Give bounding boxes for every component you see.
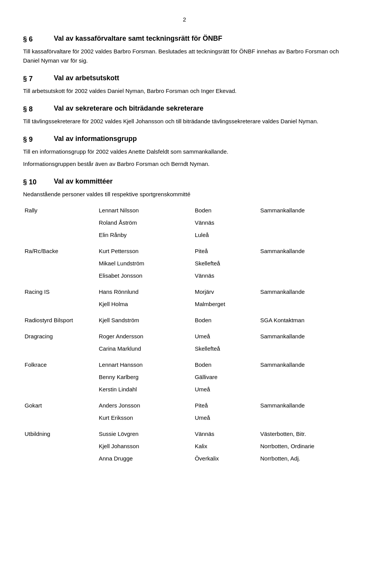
section-8-body: Till tävlingssekreterare för 2002 valdes… <box>23 117 346 126</box>
member-name: Roger Andersson <box>97 330 193 343</box>
member-name: Kerstin Lindahl <box>97 383 193 396</box>
section-6-body: Till kassaförvaltare för 2002 valdes Bar… <box>23 47 346 65</box>
member-city: Piteå <box>193 245 259 257</box>
member-name: Sussie Lövgren <box>97 428 193 440</box>
committee-category: Ra/Rc/Backe <box>23 245 97 257</box>
member-role: Sammankallande <box>259 245 346 257</box>
member-city: Skellefteå <box>193 343 259 355</box>
spacer-row <box>23 396 346 399</box>
member-name: Kjell Holma <box>97 298 193 310</box>
section-7-number: § 7 <box>23 73 54 84</box>
section-7: § 7 Val av arbetsutskott Till arbetsutsk… <box>23 73 346 96</box>
member-name: Anna Drugge <box>97 452 193 465</box>
member-role: Norrbotten, Adj. <box>259 452 346 465</box>
section-8: § 8 Val av sekreterare och biträdande se… <box>23 103 346 126</box>
section-9: § 9 Val av informationsgrupp Till en inf… <box>23 134 346 169</box>
table-row: Mikael LundströmSkellefteå <box>23 257 346 270</box>
table-row: UtbildningSussie LövgrenVännäsVästerbott… <box>23 428 346 440</box>
section-7-title: Val av arbetsutskott <box>54 73 119 83</box>
member-name: Elisabet Jonsson <box>97 270 193 282</box>
member-role <box>259 257 346 270</box>
member-role: Sammankallande <box>259 330 346 343</box>
section-9-number: § 9 <box>23 134 54 145</box>
member-name: Carina Marklund <box>97 343 193 355</box>
section-8-header: § 8 Val av sekreterare och biträdande se… <box>23 103 346 114</box>
member-city: Överkalix <box>193 452 259 465</box>
committee-category <box>23 383 97 396</box>
section-10-title: Val av kommittéer <box>54 176 113 187</box>
table-row: Kjell HolmaMalmberget <box>23 298 346 310</box>
member-name: Elin Rånby <box>97 229 193 241</box>
member-role <box>259 383 346 396</box>
section-6-title: Val av kassaförvaltare samt teckningsrät… <box>54 33 222 44</box>
member-role <box>259 412 346 424</box>
committee-category <box>23 298 97 310</box>
committee-category <box>23 440 97 452</box>
member-city: Vännäs <box>193 217 259 229</box>
section-7-header: § 7 Val av arbetsutskott <box>23 73 346 84</box>
table-row: DragracingRoger AnderssonUmeåSammankalla… <box>23 330 346 343</box>
member-name: Lennart Nilsson <box>97 204 193 217</box>
member-name: Anders Jonsson <box>97 399 193 412</box>
member-city: Luleå <box>193 229 259 241</box>
committee-category: Radiostyrd Bilsport <box>23 314 97 326</box>
section-6-header: § 6 Val av kassaförvaltare samt teckning… <box>23 33 346 45</box>
member-name: Benny Karlberg <box>97 371 193 383</box>
spacer-row <box>23 241 346 245</box>
committee-category: Folkrace <box>23 359 97 371</box>
member-city: Boden <box>193 314 259 326</box>
table-row: Anna DruggeÖverkalixNorrbotten, Adj. <box>23 452 346 465</box>
member-city: Boden <box>193 359 259 371</box>
member-city: Vännäs <box>193 428 259 440</box>
section-7-body: Till arbetsutskott för 2002 valdes Danie… <box>23 86 346 96</box>
member-city: Gällivare <box>193 371 259 383</box>
member-name: Hans Rönnlund <box>97 286 193 298</box>
committee-category <box>23 257 97 270</box>
committee-category <box>23 412 97 424</box>
member-role <box>259 229 346 241</box>
committee-category <box>23 270 97 282</box>
committee-category: Utbildning <box>23 428 97 440</box>
table-row: RallyLennart NilssonBodenSammankallande <box>23 204 346 217</box>
member-role: Sammankallande <box>259 359 346 371</box>
member-name: Kurt Eriksson <box>97 412 193 424</box>
section-9-body1: Till en informationsgrupp för 2002 valde… <box>23 147 346 156</box>
spacer-row <box>23 282 346 286</box>
committee-table: RallyLennart NilssonBodenSammankallandeR… <box>23 204 346 465</box>
table-row: GokartAnders JonssonPiteåSammankallande <box>23 399 346 412</box>
member-role <box>259 270 346 282</box>
section-6: § 6 Val av kassaförvaltare samt teckning… <box>23 33 346 65</box>
section-10-intro: Nedanstående personer valdes till respek… <box>23 190 346 199</box>
section-9-title: Val av informationsgrupp <box>54 134 137 144</box>
table-row: Elisabet JonssonVännäs <box>23 270 346 282</box>
committee-category: Dragracing <box>23 330 97 343</box>
committee-category <box>23 371 97 383</box>
table-row: Roland ÅströmVännäs <box>23 217 346 229</box>
member-role <box>259 343 346 355</box>
member-city: Skellefteå <box>193 257 259 270</box>
committee-category <box>23 343 97 355</box>
member-city: Vännäs <box>193 270 259 282</box>
committee-category <box>23 452 97 465</box>
page-number: 2 <box>23 15 346 24</box>
table-row: Kerstin LindahlUmeå <box>23 383 346 396</box>
member-role <box>259 298 346 310</box>
member-city: Umeå <box>193 383 259 396</box>
spacer-row <box>23 355 346 359</box>
member-city: Malmberget <box>193 298 259 310</box>
member-name: Roland Åström <box>97 217 193 229</box>
committee-category: Racing IS <box>23 286 97 298</box>
member-city: Morjärv <box>193 286 259 298</box>
table-row: Racing ISHans RönnlundMorjärvSammankalla… <box>23 286 346 298</box>
table-row: Elin RånbyLuleå <box>23 229 346 241</box>
member-role: Sammankallande <box>259 399 346 412</box>
table-row: Kurt ErikssonUmeå <box>23 412 346 424</box>
member-city: Kalix <box>193 440 259 452</box>
section-10: § 10 Val av kommittéer Nedanstående pers… <box>23 176 346 465</box>
member-role: Sammankallande <box>259 204 346 217</box>
table-row: FolkraceLennart HanssonBodenSammankallan… <box>23 359 346 371</box>
spacer-row <box>23 326 346 330</box>
member-role: SGA Kontaktman <box>259 314 346 326</box>
member-name: Mikael Lundström <box>97 257 193 270</box>
member-role <box>259 217 346 229</box>
